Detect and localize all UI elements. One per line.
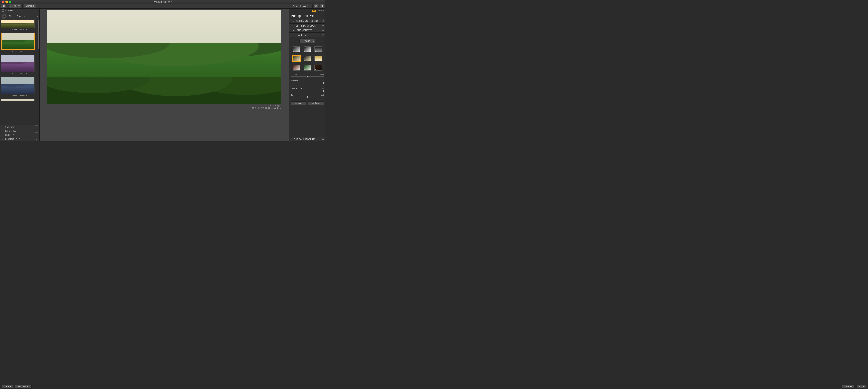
check-icon[interactable]: ✓ — [293, 29, 294, 31]
slider-grain[interactable]: Grain per pixel500 — [291, 88, 324, 91]
expand-icon — [2, 130, 4, 132]
image-canvas[interactable] — [47, 10, 281, 104]
chevron-right-icon: › — [37, 15, 38, 18]
film-swatch-grid: 1 2 3 1 2 3 1 2 3 — [291, 46, 324, 71]
custom-header[interactable]: CUSTOM + — [0, 125, 39, 129]
preset-thumb[interactable]: Classic Camera 3 — [1, 55, 38, 76]
single-view-button[interactable]: ▭ — [8, 4, 13, 8]
section-film-type[interactable]: ▾ ✓ FILM TYPE ↺ — [289, 32, 326, 37]
preset-thumb[interactable]: Classic Camera 4 — [1, 77, 38, 98]
camera-kit-row[interactable]: ◉ Classic Camera › — [0, 13, 39, 20]
custom-label: CUSTOM — [5, 126, 14, 128]
film-swatch[interactable]: 2 — [304, 56, 311, 61]
vary-save-row: ⇄Vary ⍞Save — [289, 99, 326, 107]
history-label: HISTORY — [5, 134, 14, 136]
chevron-right-icon: ▸ — [310, 5, 311, 7]
chevron-right-icon: ▸ — [291, 25, 291, 27]
preset-label: Classic Camera 3 — [1, 72, 38, 76]
reset-icon[interactable]: ↺ — [322, 25, 324, 27]
canvas-area: IMG_9162.jpg 16.0 MP, ISO 32, iPhone 6 P… — [39, 8, 289, 141]
add-icon[interactable]: + — [35, 130, 38, 133]
panel-toggle-right-button[interactable]: ◨ — [320, 4, 324, 8]
instant-help-header[interactable]: ? INSTANT HELP × — [0, 137, 39, 141]
film-swatch[interactable]: 2 — [304, 46, 311, 52]
camera-icon: ◉ — [2, 14, 7, 19]
section-loupe-histogram[interactable]: ▸ LOUPE & HISTOGRAM ✱ — [289, 137, 326, 141]
right-panel: NIK Collection Analog Efex Pro 2 ▸ ✓ BAS… — [289, 8, 326, 141]
scrollbar[interactable] — [38, 20, 39, 125]
film-type-body: Warm 1 2 3 1 2 3 1 2 3 NeutralFaded Stre… — [289, 37, 326, 99]
left-panel: CAMERAS ◉ Classic Camera › Classic Camer… — [0, 8, 39, 141]
check-icon[interactable]: ✓ — [293, 25, 294, 27]
side-view-button[interactable]: ▯▯ — [17, 4, 21, 8]
cameras-header[interactable]: CAMERAS — [0, 8, 39, 13]
preset-label: Classic Camera 2 — [1, 50, 38, 54]
title-bar: Analog Efex Pro 2 — [0, 0, 326, 4]
app-title: Analog Efex Pro 2 — [289, 13, 326, 19]
compare-button[interactable]: Compare — [24, 4, 36, 8]
save-preset-button[interactable]: ⍞Save — [308, 102, 324, 105]
expand-icon — [2, 9, 4, 12]
image-metadata: IMG_9162.jpg 16.0 MP, ISO 32, iPhone 6 P… — [47, 104, 281, 110]
history-header[interactable]: HISTORY — [0, 133, 39, 137]
check-icon[interactable]: ✓ — [293, 34, 294, 36]
separator — [7, 4, 7, 8]
preset-label: Classic Camera 1 — [1, 28, 38, 32]
close-icon[interactable] — [2, 1, 4, 3]
check-icon[interactable]: ✓ — [293, 20, 294, 22]
section-basic-adjustments[interactable]: ▸ ✓ BASIC ADJUSTMENTS ↺ — [289, 19, 326, 23]
lightbulb-icon[interactable]: ◐ — [314, 4, 318, 8]
split-view-button[interactable]: ◫ — [13, 4, 17, 8]
view-mode-group: ▭ ◫ ▯▯ — [8, 4, 21, 8]
preset-label: Classic Camera 4 — [1, 94, 38, 98]
chevron-right-icon: ▸ — [291, 138, 291, 140]
film-swatch[interactable]: 2 — [304, 65, 311, 71]
help-icon: ? — [2, 138, 4, 140]
zoom-label: Zoom (100 %) — [296, 5, 309, 7]
preset-thumb[interactable]: Classic Camera 2 — [1, 32, 38, 54]
save-icon: ⍞ — [312, 102, 314, 105]
fileinfo-label: 16.0 MP, ISO 32, iPhone 6 Plus — [47, 107, 281, 110]
vary-button[interactable]: ⇄Vary — [291, 102, 307, 105]
preset-thumbnails: Classic Camera 1 Classic Camera 2 Classi… — [0, 20, 39, 125]
brand-row: NIK Collection — [289, 8, 326, 13]
zoom-control[interactable]: 🔍 Zoom (100 %) ▸ — [291, 4, 313, 8]
camera-kit-name: Classic Camera — [9, 15, 25, 18]
gear-icon[interactable]: ✱ — [322, 138, 324, 140]
main-area: CAMERAS ◉ Classic Camera › Classic Camer… — [0, 8, 326, 141]
imported-label: IMPORTED — [5, 130, 16, 132]
preset-thumb[interactable]: Classic Camera 1 — [1, 20, 38, 32]
film-swatch[interactable]: 3 — [314, 46, 322, 52]
cameras-label: CAMERAS — [5, 9, 16, 12]
panel-toggle-left-button[interactable]: ◧ — [1, 4, 6, 8]
reset-icon[interactable]: ↺ — [322, 20, 324, 22]
slider-strength[interactable]: Strength100 % — [291, 80, 324, 83]
film-category-select[interactable]: Warm — [300, 39, 315, 43]
brand-icon: NIK — [312, 9, 316, 12]
window-controls — [2, 1, 11, 3]
film-swatch[interactable]: 1 — [293, 65, 300, 71]
close-icon[interactable]: × — [35, 138, 38, 141]
preset-thumb[interactable] — [1, 99, 38, 102]
zoom-window-icon[interactable] — [9, 1, 11, 3]
add-icon[interactable]: + — [35, 126, 38, 128]
film-swatch[interactable]: 3 — [314, 56, 322, 61]
shuffle-icon: ⇄ — [295, 102, 297, 105]
expand-icon — [2, 126, 4, 128]
minimize-icon[interactable] — [5, 1, 8, 3]
chevron-down-icon: ▾ — [291, 34, 291, 36]
slider-soft-hard[interactable]: SoftHard — [291, 94, 324, 97]
section-lens-vignette[interactable]: ▸ ✓ LENS VIGNETTE ↺ — [289, 28, 326, 32]
film-swatch[interactable]: 1 — [293, 56, 300, 61]
expand-icon — [2, 134, 4, 136]
imported-header[interactable]: IMPORTED + — [0, 129, 39, 133]
instant-help-label: INSTANT HELP — [5, 138, 20, 140]
brand-suffix: Collection — [317, 10, 324, 12]
slider-neutral-faded[interactable]: NeutralFaded — [291, 74, 324, 77]
reset-icon[interactable]: ↺ — [322, 29, 324, 31]
section-dirt-scratches[interactable]: ▸ ✓ DIRT & SCRATCHES ↺ — [289, 23, 326, 28]
film-swatch[interactable]: 3 — [314, 65, 322, 71]
main-toolbar: ◧ ▭ ◫ ▯▯ Compare 🔍 Zoom (100 %) ▸ ◐ ◨ — [0, 4, 326, 8]
reset-icon[interactable]: ↺ — [322, 34, 324, 36]
film-swatch[interactable]: 1 — [293, 46, 300, 52]
